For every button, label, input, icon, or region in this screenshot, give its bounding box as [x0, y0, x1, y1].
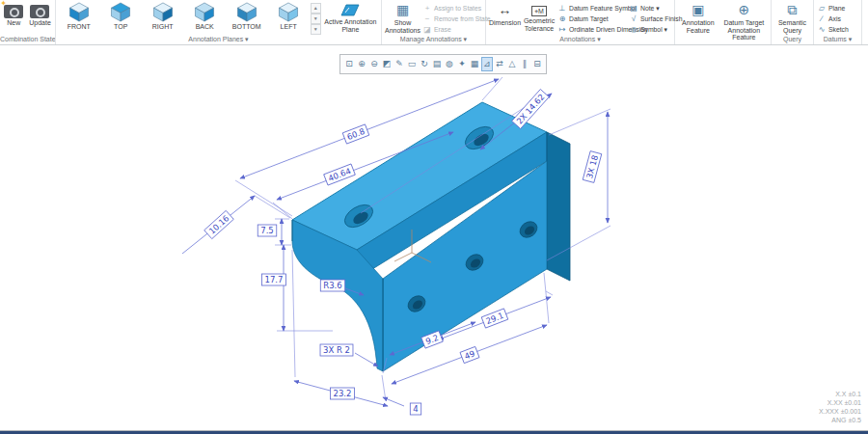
tolerance-line: X.XX ±0.01 [819, 398, 861, 407]
datum-axis-button[interactable]: ∕ Axis [816, 14, 859, 24]
combination-states-group-label[interactable]: Combination States ▾ [0, 35, 55, 44]
ribbon-group-manage-annotations: ▦ Show Annotations + Assign to States − … [382, 0, 486, 44]
dimension-label[interactable]: 60.8 [342, 124, 369, 144]
section-icon[interactable]: ⊟ [531, 57, 543, 71]
zoom-in-icon[interactable]: ⊕ [356, 57, 367, 71]
assign-to-states-button[interactable]: + Assign to States [421, 3, 483, 14]
prism-icon[interactable]: △ [506, 57, 518, 71]
datum-plane-button[interactable]: ▱ Plane [816, 3, 859, 14]
dimension-label[interactable]: 10.16 [204, 210, 234, 238]
geometric-tolerance-button[interactable]: ⌖M Geometric Tolerance [522, 1, 556, 33]
sketch-pen-icon[interactable]: ✎ [393, 57, 405, 71]
cube-left-icon [277, 2, 300, 22]
manage-annotations-group-label[interactable]: Manage Annotations ▾ [382, 35, 485, 44]
sparkle-icon: ✦ [0, 0, 7, 8]
snapshot-icon[interactable]: ▤ [431, 57, 443, 71]
gallery-expand-icon[interactable]: ▼ [311, 24, 321, 35]
view-left-button[interactable]: LEFT [267, 1, 309, 32]
scroll-up-icon[interactable]: ▲ [311, 3, 321, 14]
cube-back-icon [193, 2, 216, 22]
svg-text:3X R 2: 3X R 2 [323, 345, 350, 355]
dimension-label[interactable]: 23.2 [331, 388, 355, 399]
cube-bottom-icon [235, 2, 258, 22]
surface-finish-button[interactable]: √ Surface Finish [628, 14, 672, 24]
surface-finish-icon: √ [629, 14, 638, 23]
note-button[interactable]: ▤ Note ▾ [628, 3, 672, 14]
ribbon-group-combination-states: ✦ New Update Combination States ▾ [0, 0, 56, 44]
view-gallery-scrollbar[interactable]: ▲ ▼ ▼ [311, 3, 321, 35]
dimension-label[interactable]: 29.1 [481, 309, 508, 328]
datum-target-annotation-feature-button[interactable]: ⊕ Datum Target Annotation Feature [719, 1, 769, 42]
ordinate-driven-dimension-button[interactable]: ↦ Ordinate Driven Dimension [556, 24, 628, 35]
remove-from-state-button[interactable]: − Remove from State [421, 14, 483, 24]
datums-group-label[interactable]: Datums ▾ [814, 35, 861, 44]
dimension-label[interactable]: 40.64 [324, 164, 356, 185]
zoom-out-icon[interactable]: ⊖ [368, 57, 380, 71]
view-top-button[interactable]: TOP [99, 1, 141, 32]
datum-feature-symbol-button[interactable]: ⊥ Datum Feature Symbol [556, 3, 628, 14]
rotate-icon[interactable]: ↻ [419, 57, 430, 71]
dimension-label[interactable]: 17.7 [262, 274, 286, 285]
plane-icon: ▱ [817, 4, 827, 13]
show-annotations-button[interactable]: ▦ Show Annotations [384, 1, 421, 35]
layers-icon[interactable]: ▦ [469, 57, 480, 71]
tolerance-line: X.XXX ±0.001 [819, 407, 861, 416]
active-annotation-plane-button[interactable]: Active Annotation Plane [322, 1, 379, 34]
new-combination-state-button[interactable]: ✦ New [3, 1, 24, 28]
erase-icon: ◪ [422, 25, 432, 34]
camera-update-icon [30, 5, 49, 18]
align-icon[interactable]: ⇄ [494, 57, 505, 71]
dimension-label[interactable]: 2X 14.62 [512, 90, 550, 129]
assign-icon: + [422, 4, 432, 13]
symbol-button[interactable]: ◎ Symbol ▾ [628, 24, 672, 35]
query-group-label[interactable]: Query [772, 35, 813, 44]
scroll-down-icon[interactable]: ▼ [311, 14, 321, 24]
dimension-label[interactable]: 3X R 2 [320, 344, 353, 356]
semantic-query-icon: ⧉ [788, 2, 798, 18]
annotation-planes-group-label[interactable]: Annotation Planes ▾ [56, 35, 381, 44]
erase-button[interactable]: ◪ Erase [421, 24, 483, 35]
update-combination-state-button[interactable]: Update [28, 1, 52, 28]
annotation-features-group-label[interactable]: Annotation Features ▾ [675, 42, 771, 44]
semantic-query-button[interactable]: ⧉ Semantic Query [773, 1, 811, 35]
ordinate-dimension-icon: ↦ [557, 25, 567, 34]
tools-icon[interactable]: ✦ [456, 57, 468, 71]
bounds-icon[interactable]: ▭ [406, 57, 418, 71]
bottom-status-bar [0, 430, 868, 434]
annotation-feature-button[interactable]: ▣ Annotation Feature [677, 1, 719, 35]
cube-top-icon [109, 2, 132, 22]
zoom-fit-icon[interactable]: ⊡ [343, 57, 355, 71]
annotation-feature-icon: ▣ [692, 2, 704, 18]
annotations-group-label[interactable]: Annotations ▾ [486, 35, 674, 44]
datum-sketch-button[interactable]: ∿ Sketch [816, 24, 859, 35]
ribbon: ✦ New Update Combination States ▾ FRONT [0, 0, 868, 45]
dimension-label[interactable]: 4 [410, 403, 420, 415]
shaded-view-icon[interactable]: ◍ [444, 57, 455, 71]
dimension-label[interactable]: 3X 18 [583, 151, 602, 183]
dimension-label[interactable]: 7.5 [258, 225, 277, 236]
dimension-label[interactable]: 49 [460, 346, 479, 363]
symbol-icon: ◎ [629, 25, 638, 34]
ribbon-group-datums: ▱ Plane ∕ Axis ∿ Sketch Datums ▾ [814, 0, 862, 44]
view-toolbar: ⊡ ⊕ ⊖ ◩ ✎ ▭ ↻ ▤ ◍ ✦ ▦ ⊿ ⇄ △ ∥ ⊟ [339, 54, 547, 74]
camera-new-icon: ✦ [4, 5, 23, 18]
pause-icon[interactable]: ∥ [519, 57, 530, 71]
svg-text:4: 4 [413, 404, 418, 414]
svg-text:R3.6: R3.6 [323, 281, 341, 290]
svg-text:17.7: 17.7 [265, 275, 284, 285]
datum-target-button[interactable]: ⊕ Datum Target [556, 14, 628, 24]
ribbon-group-annotation-planes: FRONT TOP RIGHT BACK BOTTOM [56, 0, 382, 44]
pan-icon[interactable]: ◩ [381, 57, 393, 71]
dimension-button[interactable]: ↔ Dimension [488, 1, 522, 28]
remove-icon: − [422, 14, 432, 23]
view-bottom-button[interactable]: BOTTOM [226, 1, 267, 32]
dimension-label[interactable]: R3.6 [320, 280, 344, 291]
csys-icon[interactable]: ⊿ [481, 57, 493, 71]
view-right-button[interactable]: RIGHT [142, 1, 183, 32]
view-back-button[interactable]: BACK [183, 1, 225, 32]
ribbon-group-query: ⧉ Semantic Query Query [772, 0, 814, 44]
show-annotations-icon: ▦ [396, 2, 409, 18]
tolerance-block: X.X ±0.1 X.XX ±0.01 X.XXX ±0.001 ANG ±0.… [819, 390, 861, 424]
view-front-button[interactable]: FRONT [58, 1, 99, 32]
cad-application-window: 60.840.642X 14.623X 1810.167.517.7R3.63X… [0, 0, 868, 434]
